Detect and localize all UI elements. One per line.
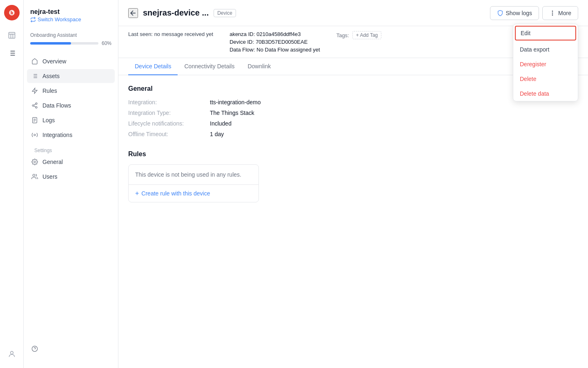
rules-section-title: Rules xyxy=(128,150,578,158)
home-icon xyxy=(31,58,38,65)
rail-user-icon[interactable] xyxy=(4,347,19,361)
rail-buildings-icon[interactable] xyxy=(4,28,19,43)
rules-empty-message: This device is not being used in any rul… xyxy=(129,165,258,184)
sidebar-item-rules[interactable]: Rules xyxy=(27,84,115,98)
svg-rect-1 xyxy=(11,11,11,14)
general-section-title: General xyxy=(128,85,578,92)
device-id-row: Device ID: 70B3D57ED0050EAE xyxy=(229,39,320,45)
icon-rail xyxy=(0,0,24,368)
rail-list-icon[interactable] xyxy=(4,46,19,61)
data-flow-label: Data Flow: xyxy=(229,47,255,53)
tab-device-details[interactable]: Device Details xyxy=(128,58,178,75)
rules-card: This device is not being used in any rul… xyxy=(128,164,259,202)
sidebar-item-data-flows[interactable]: Data Flows xyxy=(27,99,115,112)
last-seen-field: Last seen: no message received yet xyxy=(128,31,213,37)
akenza-id-label: akenza ID: xyxy=(229,31,255,37)
header-actions: Show logs More xyxy=(490,6,579,20)
progress-bar-fill xyxy=(30,42,71,45)
integrations-icon xyxy=(31,131,38,139)
rules-icon xyxy=(31,87,38,94)
assets-icon xyxy=(31,72,38,80)
more-button[interactable]: More xyxy=(542,6,578,20)
sidebar-bottom xyxy=(24,337,118,361)
sidebar-item-assets[interactable]: Assets xyxy=(27,69,115,83)
svg-point-32 xyxy=(552,11,552,11)
svg-point-28 xyxy=(34,161,36,163)
sidebar-item-integrations-label: Integrations xyxy=(42,132,72,138)
sidebar: nejra-test Switch Workspace Onboarding A… xyxy=(24,0,118,368)
add-tag-button[interactable]: + Add Tag xyxy=(352,31,382,39)
page-header: snejras-device ... Device Show logs More xyxy=(118,0,588,26)
integration-type-label: Integration Type: xyxy=(128,110,210,116)
sidebar-item-data-flows-label: Data Flows xyxy=(42,102,71,109)
switch-workspace-button[interactable]: Switch Workspace xyxy=(30,16,111,22)
dropdown-item-data-export[interactable]: Data export xyxy=(513,42,578,57)
akenza-id-row: akenza ID: 0210a4586ddff4e3 xyxy=(229,31,320,37)
lifecycle-notifications-value: Included xyxy=(210,120,232,127)
logs-icon xyxy=(31,117,38,124)
offline-timeout-value: 1 day xyxy=(210,131,224,137)
svg-point-30 xyxy=(32,346,37,351)
svg-point-29 xyxy=(33,174,35,176)
show-logs-button[interactable]: Show logs xyxy=(490,6,539,20)
back-button[interactable] xyxy=(128,8,138,18)
dropdown-item-deregister[interactable]: Deregister xyxy=(513,57,578,72)
sidebar-item-users-label: Users xyxy=(42,173,58,180)
device-id-value: 70B3D57ED0050EAE xyxy=(256,39,307,45)
tab-downlink[interactable]: Downlink xyxy=(241,58,277,75)
sidebar-item-rules-label: Rules xyxy=(42,88,57,94)
sidebar-item-help[interactable] xyxy=(27,342,115,356)
svg-point-34 xyxy=(552,15,552,15)
onboarding-label: Onboarding Assistant xyxy=(30,32,111,38)
integration-type-field: Integration Type: The Things Stack xyxy=(128,110,578,116)
offline-timeout-label: Offline Timeout: xyxy=(128,131,210,137)
progress-percent: 60% xyxy=(102,40,111,46)
sidebar-item-general[interactable]: General xyxy=(27,155,115,169)
sidebar-item-general-label: General xyxy=(42,159,63,165)
users-icon xyxy=(31,173,38,180)
sidebar-item-users[interactable]: Users xyxy=(27,170,115,184)
dropdown-item-delete-data[interactable]: Delete data xyxy=(513,86,578,101)
integration-field: Integration: tts-integration-demo xyxy=(128,99,578,105)
sidebar-header: nejra-test Switch Workspace xyxy=(24,7,118,29)
tab-connectivity-details[interactable]: Connectivity Details xyxy=(178,58,241,75)
svg-line-21 xyxy=(34,106,36,107)
sidebar-item-assets-label: Assets xyxy=(42,73,60,79)
svg-rect-2 xyxy=(12,12,13,14)
last-seen-value: no message received yet xyxy=(154,31,214,37)
sidebar-item-logs[interactable]: Logs xyxy=(27,113,115,127)
sidebar-item-overview-label: Overview xyxy=(42,58,66,65)
integration-label: Integration: xyxy=(128,99,210,105)
akenza-id-value: 0210a4586ddff4e3 xyxy=(256,31,301,37)
svg-point-18 xyxy=(36,103,37,104)
lifecycle-notifications-label: Lifecycle notifications: xyxy=(128,120,210,127)
sidebar-item-overview[interactable]: Overview xyxy=(27,54,115,68)
data-flows-icon xyxy=(31,102,38,109)
svg-point-33 xyxy=(552,13,552,13)
svg-point-20 xyxy=(36,107,37,108)
svg-point-0 xyxy=(9,10,14,15)
general-fields: Integration: tts-integration-demo Integr… xyxy=(128,99,578,137)
onboarding-section: Onboarding Assistant 60% xyxy=(24,29,118,53)
svg-marker-17 xyxy=(32,88,37,93)
offline-timeout-field: Offline Timeout: 1 day xyxy=(128,131,578,137)
svg-line-22 xyxy=(34,104,36,105)
progress-bar xyxy=(30,42,98,45)
sidebar-item-integrations[interactable]: Integrations xyxy=(27,128,115,142)
integration-type-value: The Things Stack xyxy=(210,110,254,116)
help-icon xyxy=(31,345,38,352)
data-flow-row: Data Flow: No Data Flow assigned yet xyxy=(229,47,320,53)
create-rule-button[interactable]: + Create rule with this device xyxy=(129,185,258,202)
create-rule-label: Create rule with this device xyxy=(141,190,210,197)
tab-content: General Integration: tts-integration-dem… xyxy=(118,75,588,368)
integration-value: tts-integration-demo xyxy=(210,99,261,105)
tags-label: Tags: xyxy=(336,32,349,38)
svg-rect-3 xyxy=(9,32,15,38)
dropdown-item-edit[interactable]: Edit xyxy=(515,26,576,40)
app-logo[interactable] xyxy=(4,5,20,20)
lifecycle-notifications-field: Lifecycle notifications: Included xyxy=(128,120,578,127)
device-ids: akenza ID: 0210a4586ddff4e3 Device ID: 7… xyxy=(229,31,320,53)
device-type-badge: Device xyxy=(214,9,236,17)
dropdown-item-delete[interactable]: Delete xyxy=(513,72,578,86)
svg-point-19 xyxy=(32,105,34,106)
